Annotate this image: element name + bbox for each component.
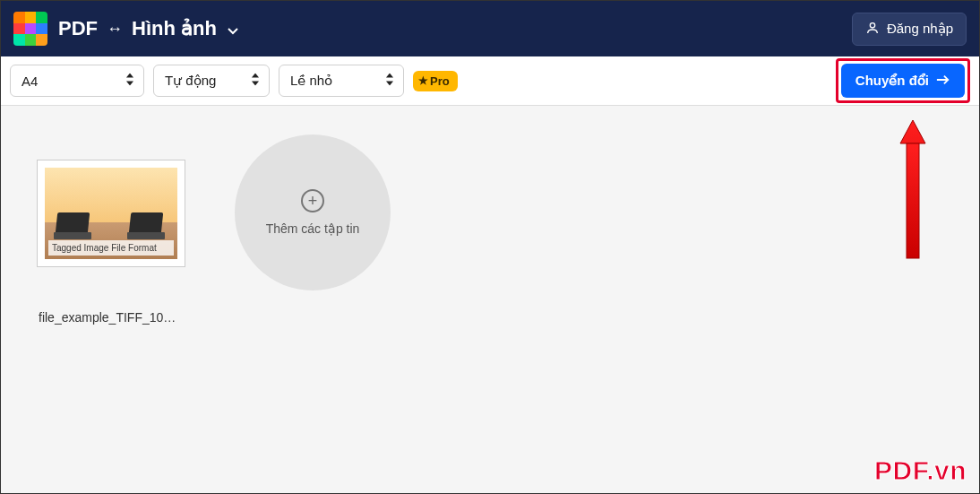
svg-point-0: [870, 22, 874, 27]
file-item[interactable]: Tagged Image File Format file_example_TI…: [37, 160, 185, 325]
header-left: PDF ↔ Hình ảnh: [13, 12, 238, 46]
sort-icon: [251, 74, 260, 89]
convert-button[interactable]: Chuyển đổi: [841, 64, 965, 98]
watermark: PDF.vn: [874, 455, 967, 486]
plus-circle-icon: +: [301, 189, 324, 212]
title-right: Hình ảnh: [132, 17, 217, 40]
orientation-select[interactable]: Tự động: [153, 65, 270, 97]
star-icon: ★: [418, 74, 428, 87]
margin-value: Lề nhỏ: [290, 73, 332, 89]
page-size-select[interactable]: A4: [10, 65, 144, 97]
sort-icon: [385, 74, 394, 89]
orientation-value: Tự động: [165, 73, 216, 89]
app-header: PDF ↔ Hình ảnh Đăng nhập: [1, 1, 979, 56]
login-button[interactable]: Đăng nhập: [852, 13, 967, 46]
add-files-label: Thêm các tập tin: [266, 221, 360, 236]
add-files-button[interactable]: + Thêm các tập tin: [235, 134, 391, 290]
content-area: Tagged Image File Format file_example_TI…: [1, 106, 979, 493]
title-left: PDF: [58, 17, 98, 40]
app-logo[interactable]: [13, 12, 47, 46]
pro-badge[interactable]: ★ Pro: [413, 71, 458, 91]
margin-select[interactable]: Lề nhỏ: [279, 65, 404, 97]
login-label: Đăng nhập: [887, 21, 953, 37]
page-title-dropdown[interactable]: PDF ↔ Hình ảnh: [58, 17, 238, 40]
swap-icon: ↔: [107, 20, 123, 39]
sort-icon: [125, 74, 134, 89]
options-toolbar: A4 Tự động Lề nhỏ ★ Pro Chuyển đổi: [1, 56, 979, 106]
file-name: file_example_TIFF_10…: [37, 310, 176, 325]
file-thumbnail: Tagged Image File Format: [37, 160, 185, 267]
user-icon: [865, 21, 880, 38]
convert-highlight: Chuyển đổi: [836, 58, 970, 103]
page-size-value: A4: [21, 74, 38, 89]
thumb-caption: Tagged Image File Format: [48, 240, 174, 256]
pro-label: Pro: [430, 74, 450, 88]
arrow-right-icon: [936, 74, 950, 89]
file-grid: Tagged Image File Format file_example_TI…: [1, 106, 979, 325]
convert-label: Chuyển đổi: [855, 73, 929, 89]
caret-down-icon: [228, 17, 238, 40]
